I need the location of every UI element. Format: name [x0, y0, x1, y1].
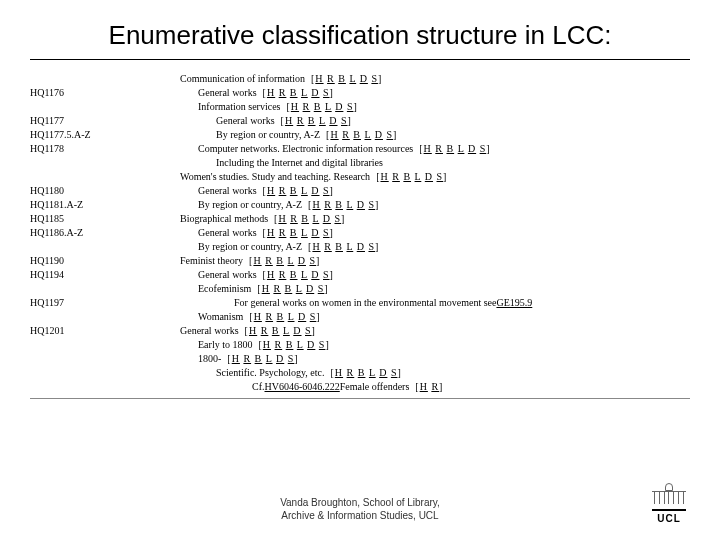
letter-link[interactable]: S — [323, 269, 330, 280]
letter-link[interactable]: H — [267, 227, 275, 238]
letter-link[interactable]: S — [310, 311, 317, 322]
letter-link[interactable]: D — [468, 143, 476, 154]
letter-link[interactable]: H — [380, 171, 388, 182]
letter-link[interactable]: S — [386, 129, 393, 140]
letter-link[interactable]: R — [290, 213, 298, 224]
letter-link[interactable]: D — [357, 199, 365, 210]
letter-link[interactable]: H — [232, 353, 240, 364]
letter-link[interactable]: R — [261, 325, 269, 336]
letter-link[interactable]: H — [262, 283, 270, 294]
letter-link[interactable]: R — [303, 101, 311, 112]
letter-link[interactable]: D — [293, 325, 301, 336]
letter-link[interactable]: S — [319, 339, 326, 350]
letter-link[interactable]: D — [311, 227, 319, 238]
letter-link[interactable]: B — [335, 241, 343, 252]
letter-link[interactable]: H — [312, 199, 320, 210]
letter-link[interactable]: B — [277, 311, 285, 322]
letter-link[interactable]: D — [329, 115, 337, 126]
letter-link[interactable]: H — [254, 311, 262, 322]
letter-link[interactable]: L — [266, 353, 273, 364]
letter-link[interactable]: S — [368, 241, 375, 252]
letter-link[interactable]: H — [285, 115, 293, 126]
letter-link[interactable]: R — [243, 353, 251, 364]
letter-link[interactable]: R — [279, 87, 287, 98]
letter-link[interactable]: S — [309, 255, 316, 266]
letter-link[interactable]: R — [435, 143, 443, 154]
letter-link[interactable]: H — [335, 367, 343, 378]
letter-link[interactable]: D — [323, 213, 331, 224]
letter-link[interactable]: R — [279, 185, 287, 196]
letter-link[interactable]: H — [267, 87, 275, 98]
letter-link[interactable]: D — [306, 283, 314, 294]
letter-link[interactable]: H — [267, 269, 275, 280]
letter-link[interactable]: S — [347, 101, 354, 112]
letter-link[interactable]: S — [341, 115, 348, 126]
letter-link[interactable]: H — [291, 101, 299, 112]
letter-link[interactable]: L — [301, 269, 308, 280]
letter-link[interactable]: S — [437, 171, 444, 182]
letter-link[interactable]: D — [307, 339, 315, 350]
letter-link[interactable]: S — [305, 325, 312, 336]
letter-link[interactable]: B — [301, 213, 309, 224]
letter-link[interactable]: H — [424, 143, 432, 154]
letter-link[interactable]: L — [296, 283, 303, 294]
letter-link[interactable]: B — [446, 143, 454, 154]
letter-link[interactable]: B — [290, 227, 298, 238]
letter-link[interactable]: H — [420, 381, 428, 392]
letter-link[interactable]: B — [255, 353, 263, 364]
cf-link[interactable]: HV6046-6046.222 — [265, 380, 340, 394]
letter-link[interactable]: R — [324, 199, 332, 210]
letter-link[interactable]: R — [324, 241, 332, 252]
letter-link[interactable]: L — [312, 213, 319, 224]
letter-link[interactable]: D — [311, 87, 319, 98]
letter-link[interactable]: L — [297, 339, 304, 350]
letter-link[interactable]: B — [358, 367, 366, 378]
letter-link[interactable]: L — [369, 367, 376, 378]
letter-link[interactable]: S — [480, 143, 487, 154]
letter-link[interactable]: D — [276, 353, 284, 364]
letter-link[interactable]: S — [368, 199, 375, 210]
letter-link[interactable]: D — [379, 367, 387, 378]
letter-link[interactable]: R — [273, 283, 281, 294]
letter-link[interactable]: D — [425, 171, 433, 182]
letter-link[interactable]: S — [334, 213, 341, 224]
letter-link[interactable]: H — [278, 213, 286, 224]
letter-link[interactable]: S — [323, 87, 330, 98]
letter-link[interactable]: S — [318, 283, 325, 294]
letter-link[interactable]: H — [312, 241, 320, 252]
letter-link[interactable]: L — [283, 325, 290, 336]
letter-link[interactable]: D — [375, 129, 383, 140]
letter-link[interactable]: R — [431, 381, 439, 392]
letter-link[interactable]: D — [311, 185, 319, 196]
letter-link[interactable]: S — [371, 73, 378, 84]
letter-link[interactable]: B — [286, 339, 294, 350]
letter-link[interactable]: R — [265, 311, 273, 322]
letter-link[interactable]: L — [346, 241, 353, 252]
letter-link[interactable]: S — [323, 227, 330, 238]
letter-link[interactable]: L — [346, 199, 353, 210]
letter-link[interactable]: L — [301, 227, 308, 238]
letter-link[interactable]: B — [290, 87, 298, 98]
letter-link[interactable]: H — [315, 73, 323, 84]
letter-link[interactable]: H — [267, 185, 275, 196]
letter-link[interactable]: R — [347, 367, 355, 378]
letter-link[interactable]: L — [325, 101, 332, 112]
letter-link[interactable]: R — [342, 129, 350, 140]
letter-link[interactable]: L — [288, 311, 295, 322]
letter-link[interactable]: L — [301, 87, 308, 98]
letter-link[interactable]: S — [323, 185, 330, 196]
letter-link[interactable]: R — [265, 255, 273, 266]
letter-link[interactable]: S — [288, 353, 295, 364]
letter-link[interactable]: B — [290, 269, 298, 280]
letter-link[interactable]: R — [279, 227, 287, 238]
letter-link[interactable]: D — [360, 73, 368, 84]
letter-link[interactable]: R — [392, 171, 400, 182]
letter-link[interactable]: L — [415, 171, 422, 182]
letter-link[interactable]: R — [297, 115, 305, 126]
letter-link[interactable]: L — [301, 185, 308, 196]
letter-link[interactable]: B — [403, 171, 411, 182]
letter-link[interactable]: D — [357, 241, 365, 252]
letter-link[interactable]: L — [364, 129, 371, 140]
letter-link[interactable]: L — [458, 143, 465, 154]
see-link[interactable]: GE195.9 — [496, 296, 532, 310]
